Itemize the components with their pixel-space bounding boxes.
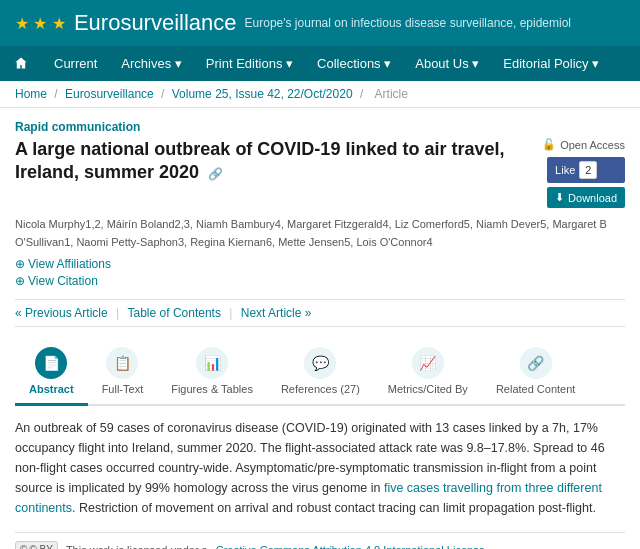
download-icon: ⬇ (555, 191, 564, 204)
metrics-tab-label: Metrics/Cited By (388, 383, 468, 395)
fulltext-tab-icon: 📋 (106, 347, 138, 379)
tagline: Europe's journal on infectious disease s… (245, 16, 571, 30)
tab-figures[interactable]: 📊 Figures & Tables (157, 339, 267, 404)
article-title-text: A large national outbreak of COVID-19 li… (15, 139, 504, 182)
next-article-link[interactable]: Next Article » (241, 306, 312, 320)
nav-collections-link[interactable]: Collections ▾ (305, 46, 403, 81)
download-label: Download (568, 192, 617, 204)
tab-metrics[interactable]: 📈 Metrics/Cited By (374, 339, 482, 404)
references-tab-icon: 💬 (304, 347, 336, 379)
view-citation-link[interactable]: View Citation (15, 274, 625, 288)
nav-item-print-editions[interactable]: Print Editions ▾ (194, 46, 305, 81)
references-tab-label: References (27) (281, 383, 360, 395)
related-tab-label: Related Content (496, 383, 576, 395)
logo-prefix: Euro (74, 10, 120, 35)
logo-suffix: surveillance (120, 10, 236, 35)
share-icon[interactable]: 🔗 (208, 167, 223, 181)
links-block: View Affiliations View Citation (15, 257, 625, 291)
nav-editorial-policy-link[interactable]: Editorial Policy ▾ (491, 46, 611, 81)
breadcrumb-volume[interactable]: Volume 25, Issue 42, 22/Oct/2020 (172, 87, 353, 101)
open-access-label: Open Access (560, 139, 625, 151)
cc-by-label: © BY (29, 544, 53, 549)
article-tabs: 📄 Abstract 📋 Full-Text 📊 Figures & Table… (15, 339, 625, 406)
article-type: Rapid communication (15, 120, 625, 134)
breadcrumb-sep3: / (360, 87, 367, 101)
logo[interactable]: ★ ★ ★ Eurosurveillance Europe's journal … (15, 10, 571, 36)
tab-abstract[interactable]: 📄 Abstract (15, 339, 88, 406)
toc-link[interactable]: Table of Contents (128, 306, 221, 320)
fulltext-tab-label: Full-Text (102, 383, 144, 395)
metrics-tab-icon: 📈 (412, 347, 444, 379)
breadcrumb-article: Article (375, 87, 408, 101)
authors: Nicola Murphy1,2, Máirín Boland2,3, Niam… (15, 216, 625, 251)
article-title-row: A large national outbreak of COVID-19 li… (15, 138, 625, 208)
tab-related[interactable]: 🔗 Related Content (482, 339, 590, 404)
main-content: Rapid communication A large national out… (0, 108, 640, 549)
tab-references[interactable]: 💬 References (27) (267, 339, 374, 404)
nav-item-current[interactable]: Current (42, 46, 109, 81)
nav-item-about-us[interactable]: About Us ▾ (403, 46, 491, 81)
nav-item-collections[interactable]: Collections ▾ (305, 46, 403, 81)
figures-tab-label: Figures & Tables (171, 383, 253, 395)
abstract-text: An outbreak of 59 cases of coronavirus d… (15, 418, 625, 518)
nav-about-us-link[interactable]: About Us ▾ (403, 46, 491, 81)
abstract-part2: . Restriction of movement on arrival and… (72, 501, 596, 515)
breadcrumb-eurosurveillance[interactable]: Eurosurveillance (65, 87, 154, 101)
license-text: This work is licensed under a (66, 544, 208, 549)
abstract-tab-icon: 📄 (35, 347, 67, 379)
eu-stars: ★ ★ ★ (15, 14, 66, 33)
like-download-panel: Like 2 ⬇ Download (547, 157, 625, 208)
nav-current-link[interactable]: Current (42, 46, 109, 81)
cc-icon: © (20, 544, 27, 549)
nav-sep2: | (229, 306, 235, 320)
right-panel: 🔓 Open Access Like 2 ⬇ Download (542, 138, 625, 208)
logo-text: Eurosurveillance (74, 10, 237, 36)
nav-item-editorial-policy[interactable]: Editorial Policy ▾ (491, 46, 611, 81)
nav-print-editions-link[interactable]: Print Editions ▾ (194, 46, 305, 81)
related-tab-icon: 🔗 (520, 347, 552, 379)
figures-tab-icon: 📊 (196, 347, 228, 379)
prev-article-link[interactable]: « Previous Article (15, 306, 108, 320)
article-title: A large national outbreak of COVID-19 li… (15, 138, 532, 185)
breadcrumb-home[interactable]: Home (15, 87, 47, 101)
breadcrumb: Home / Eurosurveillance / Volume 25, Iss… (0, 81, 640, 108)
breadcrumb-sep2: / (161, 87, 168, 101)
nav-item-archives[interactable]: Archives ▾ (109, 46, 193, 81)
like-label: Like (555, 164, 575, 176)
view-affiliations-link[interactable]: View Affiliations (15, 257, 625, 271)
license-link[interactable]: Creative Commons Attribution 4.0 Interna… (216, 544, 488, 549)
open-access-badge: 🔓 Open Access (542, 138, 625, 151)
nav-home[interactable] (0, 46, 42, 81)
nav-archives-link[interactable]: Archives ▾ (109, 46, 193, 81)
like-button[interactable]: Like 2 (547, 157, 625, 183)
nav-sep1: | (116, 306, 122, 320)
cc-badge: © © BY (15, 541, 58, 549)
abstract-tab-label: Abstract (29, 383, 74, 395)
article-links: View Affiliations View Citation (15, 257, 625, 291)
lock-icon: 🔓 (542, 138, 556, 151)
site-header: ★ ★ ★ Eurosurveillance Europe's journal … (0, 0, 640, 46)
breadcrumb-sep1: / (54, 87, 61, 101)
article-navigation: « Previous Article | Table of Contents |… (15, 299, 625, 327)
download-button[interactable]: ⬇ Download (547, 187, 625, 208)
license-section: © © BY This work is licensed under a Cre… (15, 532, 625, 549)
nav-home-link[interactable] (0, 46, 42, 80)
tab-fulltext[interactable]: 📋 Full-Text (88, 339, 158, 404)
article-title-container: A large national outbreak of COVID-19 li… (15, 138, 542, 185)
like-count: 2 (579, 161, 597, 179)
main-nav: Current Archives ▾ Print Editions ▾ Coll… (0, 46, 640, 81)
